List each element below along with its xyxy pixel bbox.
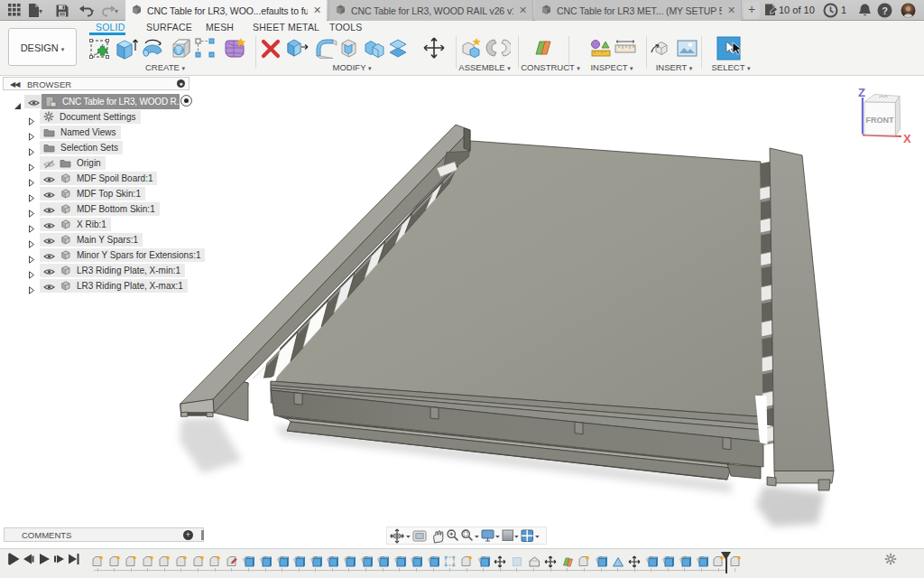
svg-text:X: X xyxy=(903,132,911,145)
svg-text:Z: Z xyxy=(858,86,865,99)
svg-text:FRONT: FRONT xyxy=(866,116,894,125)
svg-text:?: ? xyxy=(882,5,888,16)
